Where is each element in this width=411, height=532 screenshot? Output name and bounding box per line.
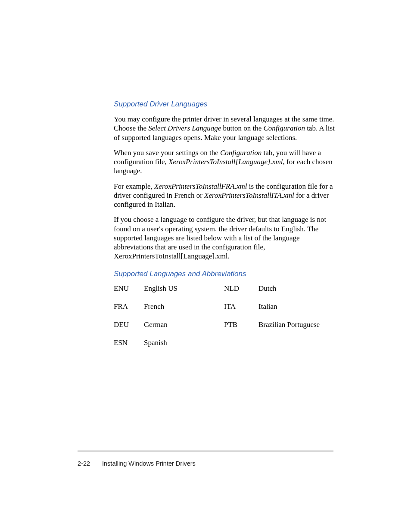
- text-run: For example,: [114, 182, 154, 190]
- lang-name: German: [144, 320, 224, 329]
- text-italic: Configuration: [220, 149, 262, 157]
- paragraph-fallback: If you choose a language to configure th…: [114, 215, 336, 261]
- heading-supported-driver-languages: Supported Driver Languages: [114, 100, 336, 109]
- lang-abbr: ESN: [114, 339, 144, 347]
- text-italic: Configuration: [264, 124, 305, 132]
- paragraph-save: When you save your settings on the Confi…: [114, 148, 336, 176]
- footer-rule: [78, 451, 333, 451]
- lang-abbr: ITA: [224, 302, 258, 311]
- text-italic: XeroxPrintersToInstallITA.xml: [204, 191, 294, 199]
- lang-name: Brazilian Portuguese: [258, 320, 336, 329]
- lang-abbr: FRA: [114, 302, 144, 311]
- lang-name: French: [144, 302, 224, 311]
- page-number: 2-22: [78, 460, 90, 467]
- language-table: ENU English US NLD Dutch FRA French ITA …: [114, 284, 336, 347]
- lang-name: [258, 339, 336, 347]
- lang-name: Dutch: [258, 284, 336, 293]
- lang-abbr: PTB: [224, 320, 258, 329]
- text-italic: XeroxPrintersToInstallFRA.xml: [154, 182, 247, 190]
- table-row: FRA French ITA Italian: [114, 302, 336, 311]
- lang-name: Italian: [258, 302, 336, 311]
- page-footer: 2-22Installing Windows Printer Drivers: [78, 460, 196, 467]
- heading-supported-languages-abbrev: Supported Languages and Abbreviations: [114, 270, 336, 278]
- text-italic: XeroxPrintersToInstall[Language].xml: [168, 158, 283, 166]
- paragraph-intro: You may configure the printer driver in …: [114, 115, 336, 142]
- lang-name: English US: [144, 284, 224, 293]
- footer-title: Installing Windows Printer Drivers: [102, 460, 196, 467]
- main-content: Supported Driver Languages You may confi…: [114, 100, 336, 357]
- table-row: ENU English US NLD Dutch: [114, 284, 336, 293]
- text-italic: Select Drivers Language: [148, 124, 221, 132]
- lang-abbr: DEU: [114, 320, 144, 329]
- table-row: DEU German PTB Brazilian Portuguese: [114, 320, 336, 329]
- text-run: button on the: [221, 124, 263, 132]
- lang-abbr: [224, 339, 258, 347]
- table-row: ESN Spanish: [114, 339, 336, 347]
- text-run: When you save your settings on the: [114, 149, 220, 157]
- lang-abbr: NLD: [224, 284, 258, 293]
- document-page: Supported Driver Languages You may confi…: [0, 0, 411, 532]
- paragraph-example: For example, XeroxPrintersToInstallFRA.x…: [114, 182, 336, 209]
- lang-abbr: ENU: [114, 284, 144, 293]
- lang-name: Spanish: [144, 339, 224, 347]
